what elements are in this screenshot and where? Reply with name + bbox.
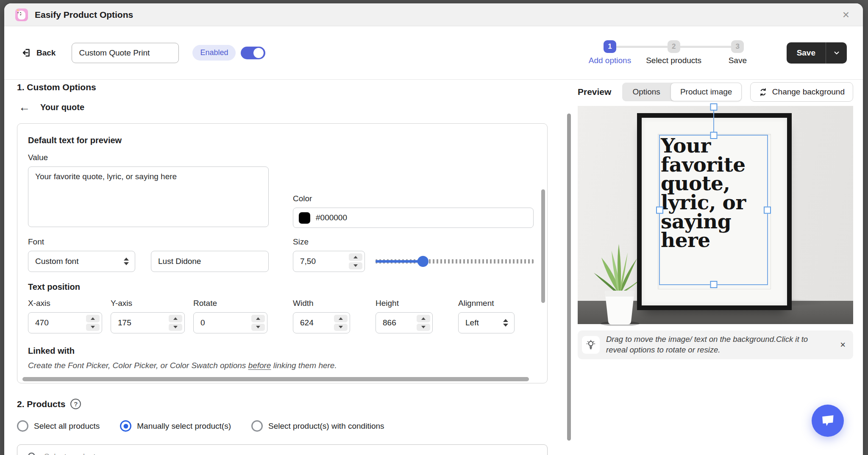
enabled-toggle[interactable]	[241, 47, 265, 59]
default-text-group-title: Default text for preview	[28, 136, 534, 145]
step-2-label: Select products	[646, 56, 701, 65]
rotate-stem	[713, 110, 714, 132]
color-label: Color	[293, 194, 534, 203]
help-icon[interactable]: ?	[70, 399, 81, 409]
y-axis-label: Y-axis	[111, 299, 185, 308]
card-horizontal-scrollbar[interactable]	[22, 377, 529, 381]
close-icon[interactable]: ×	[840, 8, 852, 22]
step-add-options[interactable]: 1 Add options	[578, 40, 642, 65]
panel-vertical-scrollbar[interactable]	[567, 114, 571, 441]
step-2-badge: 2	[668, 40, 680, 53]
y-axis-stepper-up-button[interactable]	[169, 315, 182, 322]
x-axis-label: X-axis	[28, 299, 102, 308]
hint-text: Drag to move the image/ text on the back…	[606, 334, 822, 355]
alignment-select[interactable]: Left	[458, 312, 515, 333]
step-select-products[interactable]: 2 Select products	[642, 40, 706, 65]
value-textarea[interactable]: Your favorite quote, lyric, or saying he…	[28, 166, 269, 227]
font-type-select[interactable]: Custom font	[28, 251, 135, 272]
chat-widget-button[interactable]	[812, 405, 844, 437]
rotate-label: Rotate	[193, 299, 267, 308]
text-position-title: Text position	[28, 282, 534, 292]
app-modal: Easify Product Options × Back Enabled 1 …	[4, 3, 863, 455]
radio-circle[interactable]	[17, 420, 28, 432]
height-stepper-up-button[interactable]	[417, 315, 430, 322]
preview-title: Preview	[578, 87, 611, 97]
width-stepper-up-button[interactable]	[334, 315, 348, 322]
chat-bubble-icon	[820, 413, 835, 428]
size-slider[interactable]	[376, 251, 534, 272]
hint-bar: Drag to move the image/ text on the back…	[578, 330, 853, 359]
rotate-stepper-down-button[interactable]	[251, 324, 265, 331]
titlebar: Easify Product Options ×	[4, 3, 863, 26]
value-label: Value	[28, 153, 269, 162]
back-label: Back	[36, 48, 56, 58]
back-button[interactable]: Back	[21, 47, 56, 58]
rotate-handle[interactable]	[710, 103, 717, 111]
linked-with-note: Create the Font Picker, Color Picker, or…	[28, 361, 534, 370]
radio-manually-select[interactable]: Manually select product(s)	[120, 420, 231, 432]
font-name-input[interactable]	[151, 251, 269, 272]
radio-label: Manually select product(s)	[137, 422, 231, 431]
rotate-stepper-up-button[interactable]	[251, 315, 265, 322]
resize-handle-top[interactable]	[710, 132, 717, 139]
tab-product-image[interactable]: Product image	[670, 83, 742, 101]
step-1-label: Add options	[589, 56, 631, 65]
tab-options[interactable]: Options	[622, 83, 670, 101]
font-label: Font	[28, 237, 269, 247]
products-title: 2. Products	[17, 399, 65, 409]
radio-circle-checked[interactable]	[120, 420, 131, 432]
product-search-input[interactable]	[44, 452, 540, 455]
linked-note-part2: linking them here.	[271, 361, 337, 370]
step-3-badge: 3	[731, 40, 744, 53]
radio-label: Select product(s) with conditions	[268, 422, 384, 431]
card-vertical-scrollbar[interactable]	[541, 189, 545, 303]
size-stepper-down-button[interactable]	[349, 262, 362, 270]
option-settings-card: Default text for preview Value Your favo…	[17, 123, 548, 383]
product-search-field[interactable]	[17, 444, 548, 455]
back-exit-icon	[21, 47, 32, 58]
radio-circle[interactable]	[251, 420, 263, 432]
width-stepper-down-button[interactable]	[334, 324, 348, 331]
color-picker-field[interactable]: #000000	[293, 208, 534, 228]
height-stepper-down-button[interactable]	[417, 324, 430, 331]
y-axis-stepper-down-button[interactable]	[169, 324, 182, 331]
change-background-button[interactable]: Change background	[750, 82, 853, 102]
slider-thumb[interactable]	[417, 256, 428, 267]
color-hex-value: #000000	[316, 213, 347, 222]
chevron-down-icon	[833, 49, 840, 57]
preview-panel: Preview Options Product image Change bac…	[578, 80, 863, 455]
app-logo-icon	[15, 8, 28, 21]
swap-arrows-icon	[759, 88, 768, 97]
preview-stage[interactable]: Your favorite quote, lyric, or saying he…	[578, 106, 853, 324]
x-axis-stepper-up-button[interactable]	[86, 315, 100, 322]
color-swatch[interactable]	[299, 212, 310, 224]
option-set-name-input[interactable]	[72, 43, 179, 63]
selection-box[interactable]	[659, 135, 768, 285]
linked-with-title: Linked with	[28, 346, 534, 356]
option-name: Your quote	[40, 103, 84, 112]
step-save[interactable]: 3 Save	[706, 40, 770, 65]
step-1-badge: 1	[604, 40, 616, 53]
search-icon	[27, 451, 38, 455]
radio-label: Select all products	[34, 422, 100, 431]
resize-handle-bottom[interactable]	[710, 281, 717, 288]
save-dropdown-button[interactable]	[826, 42, 847, 64]
size-label: Size	[293, 237, 534, 247]
alignment-label: Alignment	[458, 299, 515, 308]
select-arrows-icon	[124, 258, 129, 265]
resize-handle-right[interactable]	[764, 206, 771, 214]
resize-handle-left[interactable]	[656, 206, 663, 214]
hint-close-icon[interactable]: ×	[840, 340, 846, 350]
radio-select-all-products[interactable]: Select all products	[17, 420, 100, 432]
radio-select-with-conditions[interactable]: Select product(s) with conditions	[251, 420, 384, 432]
save-button[interactable]: Save	[787, 42, 826, 64]
linked-note-part1: Create the Font Picker, Color Picker, or…	[28, 361, 248, 370]
custom-options-title: 1. Custom Options	[17, 82, 578, 92]
alignment-value: Left	[465, 318, 503, 327]
height-label: Height	[376, 299, 433, 308]
x-axis-stepper-down-button[interactable]	[86, 324, 100, 331]
lightbulb-icon	[582, 336, 600, 354]
select-arrows-icon	[503, 319, 508, 327]
size-stepper-up-button[interactable]	[349, 253, 362, 261]
option-back-arrow-icon[interactable]: ←	[19, 102, 30, 113]
